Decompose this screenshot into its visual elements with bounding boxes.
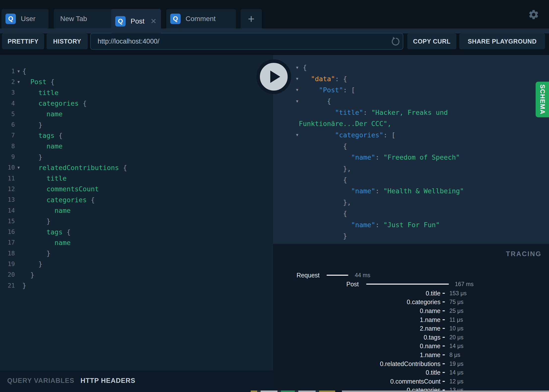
tab-post[interactable]: Q Post ✕: [111, 9, 161, 33]
editor-line: 8 name: [0, 141, 273, 151]
code-text: name: [22, 239, 71, 246]
fold-arrow-icon[interactable]: ▾: [273, 98, 299, 104]
prettify-button[interactable]: PRETTIFY: [2, 33, 44, 49]
tracing-tick-icon: [442, 345, 445, 346]
code-text: relatedContributions {: [22, 164, 127, 172]
tab-comment[interactable]: Q Comment: [166, 9, 236, 28]
tracing-field-row: 0.relatedContributions 19 μs: [273, 359, 549, 368]
http-headers-tab[interactable]: HTTP HEADERS: [81, 377, 136, 385]
query-variables-tab[interactable]: QUERY VARIABLES: [7, 377, 74, 385]
tracing-field-row: 0.name 25 μs: [273, 306, 549, 315]
history-button[interactable]: HISTORY: [47, 33, 88, 49]
copy-curl-button[interactable]: COPY CURL: [407, 33, 456, 49]
tracing-field-duration: 19 μs: [449, 360, 464, 367]
tracing-tick-icon: [442, 354, 445, 355]
fold-arrow-icon[interactable]: ▾: [15, 165, 22, 170]
code-text: }: [22, 153, 42, 161]
code-text: },: [299, 165, 351, 172]
tracing-field-row: 1.name 11 μs: [273, 315, 549, 324]
tracing-panel: TRACING Request 44 ms Post 167 ms 0.titl…: [273, 244, 549, 392]
add-tab-button[interactable]: +: [241, 9, 262, 28]
code-text: "name": "Freedom of Speech": [299, 153, 460, 161]
tracing-field-duration: 20 μs: [449, 334, 464, 341]
endpoint-url-input[interactable]: http://localhost:4000/: [90, 33, 403, 50]
horizontal-scrollbar[interactable]: [342, 391, 549, 392]
line-number: 15: [0, 218, 15, 225]
tracing-tick-icon: [442, 337, 445, 338]
schema-side-tab[interactable]: SCHEMA: [536, 82, 549, 117]
tracing-field-label: 0.title: [426, 290, 440, 297]
fold-arrow-icon[interactable]: ▾: [15, 69, 22, 74]
editor-line: 12 commentsCount: [0, 184, 273, 194]
query-badge-icon: Q: [115, 16, 126, 26]
settings-gear-icon[interactable]: [528, 9, 539, 20]
endpoint-url-value: http://localhost:4000/: [98, 38, 159, 45]
code-text: commentsCount: [22, 185, 99, 193]
tracing-field-duration: 11 μs: [449, 316, 463, 323]
code-text: {: [22, 67, 26, 75]
tracing-field-duration: 10 μs: [449, 325, 464, 332]
tracing-field-label: 0.commentsCount: [390, 378, 440, 385]
code-text: title: [22, 89, 58, 97]
response-line: {: [273, 141, 549, 152]
tracing-tick-icon: [442, 363, 445, 364]
tab-label: User: [21, 15, 35, 23]
tab-user[interactable]: Q User: [1, 9, 49, 28]
response-line: ▾ "categories": [: [273, 129, 549, 140]
execute-query-button[interactable]: [256, 59, 291, 94]
query-badge-icon: Q: [5, 14, 16, 24]
code-text: Post {: [22, 78, 55, 86]
code-text: {: [299, 176, 347, 184]
response-line: ▾ "data": {: [273, 73, 549, 84]
editor-line: 18 }: [0, 248, 273, 259]
response-viewer[interactable]: ▾ { ▾ "data": { ▾ "Post": [ ▾ { "title":…: [273, 55, 549, 244]
tracing-field-label: 1.name: [420, 316, 440, 323]
code-text: tags {: [22, 228, 71, 236]
tab-label: Comment: [186, 15, 216, 23]
tracing-field-row: 0.name 14 μs: [273, 342, 549, 351]
tracing-field-duration: 14 μs: [449, 343, 464, 349]
tracing-field-row: 0.title 14 μs: [273, 368, 549, 377]
editor-line: 16 tags {: [0, 226, 273, 237]
line-number: 5: [0, 111, 15, 118]
tracing-field-duration: 75 μs: [449, 299, 464, 305]
tracing-tick-icon: [442, 319, 445, 320]
editor-line: 4 categories {: [0, 98, 273, 109]
editor-line: 10 ▾ relatedContributions {: [0, 162, 273, 173]
code-text: }: [22, 121, 42, 129]
close-tab-icon[interactable]: ✕: [150, 18, 157, 25]
line-number: 17: [0, 239, 15, 246]
response-line: Funktionäre...Der CCC",: [273, 118, 549, 129]
code-text: {: [299, 64, 307, 71]
tracing-field-label: 0.title: [426, 369, 440, 376]
reload-schema-icon[interactable]: [390, 36, 401, 47]
fold-arrow-icon[interactable]: ▾: [15, 79, 22, 85]
tabbar-bottom-strip: [0, 28, 549, 33]
response-line: },: [273, 163, 549, 174]
tracing-field-row: 1.name 8 μs: [273, 350, 549, 359]
editor-footer: QUERY VARIABLES HTTP HEADERS: [0, 370, 273, 392]
code-text: name: [22, 207, 71, 214]
code-text: categories {: [22, 99, 87, 107]
tracing-field-label: 0.name: [420, 343, 440, 350]
code-text: "name": "Health & Wellbeing": [299, 187, 464, 195]
clipped-text-strip: [251, 391, 335, 392]
code-text: }: [22, 282, 26, 289]
tracing-tick-icon: [442, 381, 445, 382]
line-number: 16: [0, 228, 15, 235]
share-playground-button[interactable]: SHARE PLAYGROUND: [459, 33, 545, 49]
tab-new-tab[interactable]: New Tab: [54, 9, 113, 28]
response-line: "title": "Hacker, Freaks und: [273, 107, 549, 118]
tracing-duration: 167 ms: [455, 281, 473, 288]
tracing-tick-icon: [442, 310, 445, 311]
tracing-post-row: Post 167 ms: [273, 280, 549, 289]
code-text: }: [22, 260, 42, 268]
line-number: 11: [0, 175, 15, 182]
editor-line: 20 }: [0, 270, 273, 280]
editor-line: 11 title: [0, 173, 273, 184]
tracing-field-label: 0.relatedContributions: [380, 360, 440, 367]
query-editor[interactable]: 1 ▾ { 2 ▾ Post { 3 title 4 categories { …: [0, 55, 273, 370]
tracing-duration-bar: [327, 275, 348, 276]
editor-line: 17 name: [0, 237, 273, 248]
fold-arrow-icon[interactable]: ▾: [273, 132, 299, 138]
